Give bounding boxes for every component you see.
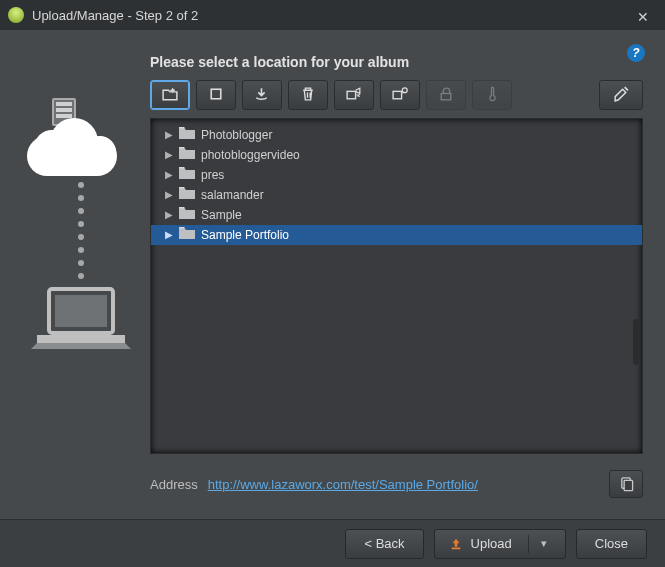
toolbar-share-out-button[interactable] — [334, 80, 374, 110]
folder-icon — [179, 225, 201, 245]
lock-icon — [437, 85, 455, 106]
expand-arrow-icon: ▶ — [165, 225, 175, 245]
upload-button-label: Upload — [471, 536, 512, 551]
upload-button[interactable]: Upload ▾ — [434, 529, 566, 559]
svg-rect-1 — [55, 295, 107, 327]
expand-arrow-icon: ▶ — [165, 205, 175, 225]
share-in-icon — [391, 85, 409, 106]
address-url[interactable]: http://www.lazaworx.com/test/Sample Port… — [208, 477, 478, 492]
delete-icon — [299, 85, 317, 106]
tree-item[interactable]: ▶Photoblogger — [151, 125, 642, 145]
expand-arrow-icon: ▶ — [165, 145, 175, 165]
svg-rect-8 — [441, 93, 451, 99]
toolbar-new-folder-button[interactable] — [150, 80, 190, 110]
expand-arrow-icon: ▶ — [165, 185, 175, 205]
tree-item[interactable]: ▶Sample — [151, 205, 642, 225]
folder-icon — [179, 205, 201, 225]
folder-tree[interactable]: ▶Photoblogger▶photobloggervideo▶pres▶sal… — [151, 119, 642, 453]
svg-point-7 — [402, 87, 407, 92]
upload-icon — [449, 537, 463, 551]
tree-item-label: pres — [201, 165, 224, 185]
toolbar-download-button[interactable] — [242, 80, 282, 110]
back-button-label: < Back — [364, 536, 404, 551]
window-title: Upload/Manage - Step 2 of 2 — [32, 8, 198, 23]
new-folder-icon — [161, 85, 179, 106]
footer: < Back Upload ▾ Close — [0, 519, 665, 567]
stop-icon — [207, 85, 225, 106]
toolbar-delete-button[interactable] — [288, 80, 328, 110]
address-label: Address — [150, 477, 198, 492]
toolbar-temperature-button — [472, 80, 512, 110]
transfer-dots — [78, 182, 84, 279]
help-button[interactable]: ? — [627, 44, 645, 62]
tree-item[interactable]: ▶pres — [151, 165, 642, 185]
close-button[interactable]: Close — [576, 529, 647, 559]
scrollbar-thumb[interactable] — [633, 319, 639, 365]
expand-arrow-icon: ▶ — [165, 125, 175, 145]
expand-arrow-icon: ▶ — [165, 165, 175, 185]
svg-rect-5 — [347, 91, 355, 98]
prompt-text: Please select a location for your album — [150, 54, 643, 70]
tree-item[interactable]: ▶salamander — [151, 185, 642, 205]
svg-rect-11 — [451, 547, 460, 549]
svg-rect-6 — [393, 91, 401, 98]
tree-item-label: salamander — [201, 185, 264, 205]
laptop-icon — [31, 285, 131, 355]
tree-item-label: Sample Portfolio — [201, 225, 289, 245]
address-row: Address http://www.lazaworx.com/test/Sam… — [150, 470, 643, 498]
titlebar: Upload/Manage - Step 2 of 2 ✕ — [0, 0, 665, 30]
cloud-sync-graphic — [22, 50, 140, 498]
copy-url-button[interactable] — [609, 470, 643, 498]
svg-marker-3 — [31, 343, 131, 349]
tree-item-label: Photoblogger — [201, 125, 272, 145]
toolbar-lock-button — [426, 80, 466, 110]
tree-item[interactable]: ▶Sample Portfolio — [151, 225, 642, 245]
toolbar-settings-button[interactable] — [599, 80, 643, 110]
tree-item[interactable]: ▶photobloggervideo — [151, 145, 642, 165]
temperature-icon — [483, 85, 501, 106]
folder-icon — [179, 165, 201, 185]
download-icon — [253, 85, 271, 106]
svg-rect-2 — [37, 335, 125, 343]
toolbar-share-in-button[interactable] — [380, 80, 420, 110]
svg-rect-4 — [211, 89, 221, 99]
back-button[interactable]: < Back — [345, 529, 423, 559]
toolbar — [150, 80, 643, 110]
close-button-label: Close — [595, 536, 628, 551]
content: ? Please select a location for your albu… — [0, 30, 665, 519]
app-icon — [8, 7, 24, 23]
tree-item-label: Sample — [201, 205, 242, 225]
folder-icon — [179, 145, 201, 165]
svg-rect-10 — [624, 480, 632, 490]
close-icon[interactable]: ✕ — [631, 7, 655, 27]
folder-icon — [179, 185, 201, 205]
folder-tree-panel: ▶Photoblogger▶photobloggervideo▶pres▶sal… — [150, 118, 643, 454]
chevron-down-icon: ▾ — [541, 537, 547, 550]
cloud-icon — [22, 116, 122, 176]
toolbar-stop-button[interactable] — [196, 80, 236, 110]
share-out-icon — [345, 85, 363, 106]
tree-item-label: photobloggervideo — [201, 145, 300, 165]
settings-icon — [612, 85, 630, 106]
folder-icon — [179, 125, 201, 145]
